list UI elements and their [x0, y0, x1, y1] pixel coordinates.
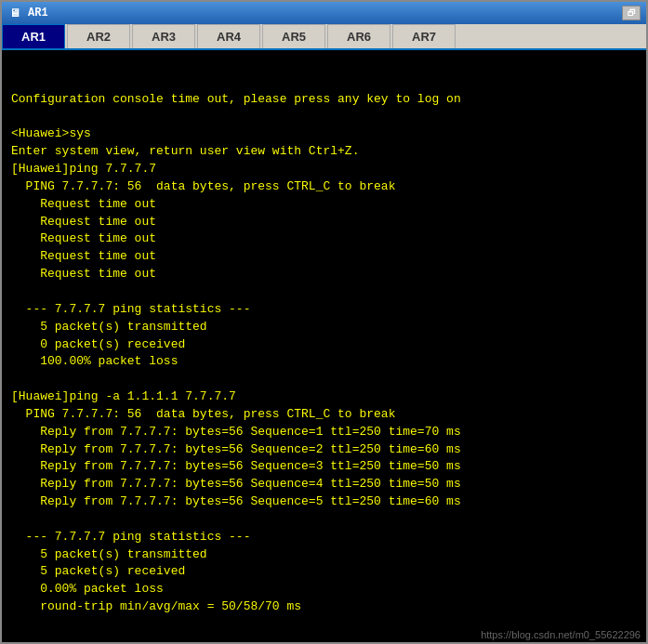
- window-controls: 🗗: [622, 6, 641, 20]
- window-title: AR1: [28, 7, 616, 20]
- terminal-line: Reply from 7.7.7.7: bytes=56 Sequence=5 …: [11, 493, 637, 511]
- tab-bar: AR1 AR2 AR3 AR4 AR5 AR6 AR7: [2, 24, 646, 50]
- terminal-line: 5 packet(s) transmitted: [11, 546, 637, 564]
- terminal-line: [11, 371, 637, 388]
- terminal-line: Reply from 7.7.7.7: bytes=56 Sequence=1 …: [11, 424, 637, 441]
- terminal-line: Request time out: [11, 248, 637, 266]
- tab-AR2[interactable]: AR2: [67, 24, 130, 48]
- terminal-line: --- 7.7.7.7 ping statistics ---: [11, 529, 637, 546]
- tab-AR4[interactable]: AR4: [197, 24, 260, 48]
- tab-AR1[interactable]: AR1: [2, 24, 65, 48]
- terminal-line: Request time out: [11, 266, 637, 283]
- terminal-line: Configuration console time out, please p…: [11, 91, 637, 109]
- window-container: 🖥 AR1 🗗 AR1 AR2 AR3 AR4 AR5 AR6 AR7 Conf…: [0, 0, 648, 644]
- terminal-line: PING 7.7.7.7: 56 data bytes, press CTRL_…: [11, 178, 637, 196]
- terminal-line: Reply from 7.7.7.7: bytes=56 Sequence=2 …: [11, 441, 637, 459]
- terminal-line: 0.00% packet loss: [11, 581, 637, 598]
- terminal-line: [Huawei]ping 7.7.7.7: [11, 161, 637, 178]
- terminal-line: [Huawei]ping -a 1.1.1.1 7.7.7.7: [11, 388, 637, 406]
- tab-AR6[interactable]: AR6: [327, 24, 390, 48]
- app-icon: 🖥: [7, 6, 22, 20]
- tab-AR5[interactable]: AR5: [262, 24, 325, 48]
- terminal-line: [11, 109, 637, 126]
- terminal-line: [11, 511, 637, 529]
- terminal-line: [11, 283, 637, 301]
- terminal-line: Request time out: [11, 196, 637, 214]
- terminal-line: round-trip min/avg/max = 50/58/70 ms: [11, 598, 637, 616]
- terminal-line: 5 packet(s) received: [11, 563, 637, 581]
- terminal-line: 0 packet(s) received: [11, 336, 637, 354]
- main-window: 🖥 AR1 🗗 AR1 AR2 AR3 AR4 AR5 AR6 AR7 Conf…: [0, 0, 648, 644]
- title-bar: 🖥 AR1 🗗: [2, 2, 646, 24]
- tab-AR3[interactable]: AR3: [132, 24, 195, 48]
- terminal-line: 5 packet(s) transmitted: [11, 319, 637, 336]
- terminal-line: Reply from 7.7.7.7: bytes=56 Sequence=3 …: [11, 458, 637, 476]
- terminal-line: <Huawei>sys: [11, 125, 637, 143]
- terminal-line: Enter system view, return user view with…: [11, 143, 637, 161]
- terminal-line: Request time out: [11, 230, 637, 248]
- terminal-line: --- 7.7.7.7 ping statistics ---: [11, 301, 637, 319]
- tab-AR7[interactable]: AR7: [392, 24, 456, 48]
- watermark: https://blog.csdn.net/m0_55622296: [481, 629, 641, 640]
- terminal-line: PING 7.7.7.7: 56 data bytes, press CTRL_…: [11, 406, 637, 424]
- restore-button[interactable]: 🗗: [622, 6, 641, 20]
- terminal-line: 100.00% packet loss: [11, 353, 637, 371]
- terminal-line: Request time out: [11, 214, 637, 231]
- terminal-output[interactable]: Configuration console time out, please p…: [2, 50, 646, 642]
- terminal-line: Reply from 7.7.7.7: bytes=56 Sequence=4 …: [11, 476, 637, 493]
